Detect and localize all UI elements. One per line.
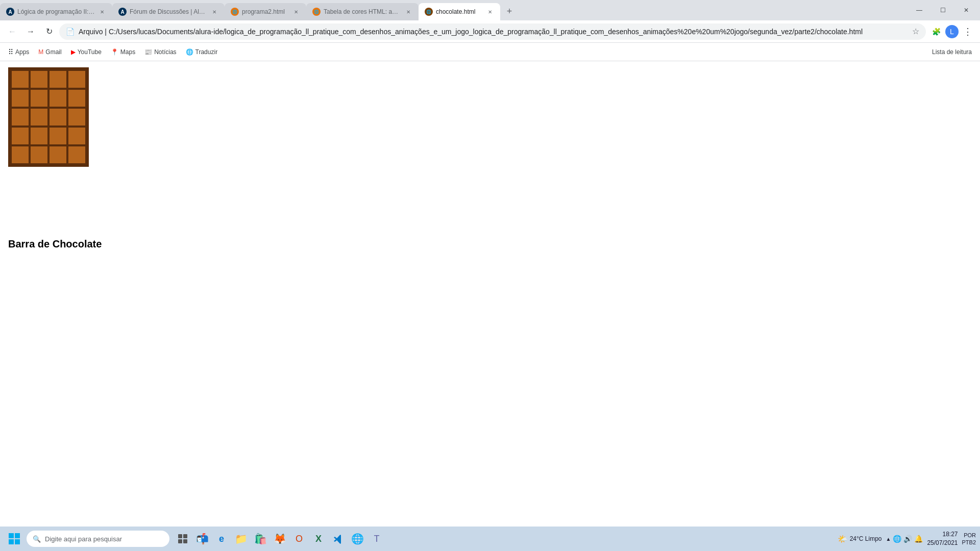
url-text: Arquivo | C:/Users/lucas/Documents/alura…: [79, 28, 908, 36]
taskbar: 🔍 Digite aqui para pesquisar 📬 e 📁 🛍️: [0, 527, 980, 551]
chocolate-cell: [11, 108, 29, 126]
language-indicator: POR PTB2: [962, 532, 976, 546]
chrome-button[interactable]: 🌐: [348, 530, 366, 548]
task-view-button[interactable]: [174, 530, 192, 548]
maximize-button[interactable]: ☐: [931, 2, 954, 18]
toolbar: ← → ↻ 📄 Arquivo | C:/Users/lucas/Documen…: [0, 20, 980, 43]
tab4-title: Tabela de cores HTML: aplicand...: [324, 8, 401, 15]
firefox-button[interactable]: 🦊: [271, 530, 289, 548]
taskbar-search-bar[interactable]: 🔍 Digite aqui para pesquisar: [27, 531, 169, 547]
reload-button[interactable]: ↻: [41, 23, 57, 40]
bookmarks-bar: ⠿ Apps M Gmail ▶ YouTube 📍 Maps 📰 Notíci…: [0, 43, 980, 61]
chocolate-cell: [68, 127, 86, 145]
tab4-close[interactable]: ✕: [404, 8, 412, 16]
chocolate-cell: [11, 70, 29, 88]
svg-rect-3: [15, 539, 20, 544]
chocolate-cell: [49, 70, 67, 88]
layout-label: PTB2: [962, 539, 976, 546]
weather-widget[interactable]: 🌤️ 24°C Limpo: [838, 534, 882, 544]
chocolate-cell: [49, 127, 67, 145]
more-options-button[interactable]: ⋮: [960, 23, 976, 40]
tab3-close[interactable]: ✕: [292, 8, 300, 16]
weather-icon: 🌤️: [838, 534, 848, 544]
excel-button[interactable]: X: [309, 530, 328, 548]
tab5-close[interactable]: ✕: [486, 8, 494, 16]
bookmark-youtube[interactable]: ▶ YouTube: [67, 46, 106, 58]
system-icons: ▲ 🌐 🔊 🔔: [886, 535, 923, 543]
tab1-close[interactable]: ✕: [98, 8, 106, 16]
back-button[interactable]: ←: [4, 23, 20, 40]
store-button[interactable]: 🛍️: [251, 530, 270, 548]
bookmark-noticias[interactable]: 📰 Notícias: [140, 46, 180, 58]
clock[interactable]: 18:27 25/07/2021: [927, 530, 958, 547]
lang-label: POR: [964, 532, 976, 539]
reading-list-button[interactable]: Lista de leitura: [928, 46, 976, 58]
maps-icon: 📍: [111, 48, 118, 56]
new-tab-button[interactable]: +: [502, 4, 517, 18]
tab1-title: Lógica de programação II: Aula 2...: [17, 8, 95, 15]
chocolate-cell: [30, 127, 48, 145]
address-bar[interactable]: 📄 Arquivo | C:/Users/lucas/Documents/alu…: [59, 23, 926, 40]
time-display: 18:27: [942, 530, 958, 539]
extensions-button[interactable]: 🧩: [928, 23, 944, 40]
speaker-icon[interactable]: 🔊: [903, 535, 912, 543]
file-explorer-button[interactable]: 📁: [232, 530, 250, 548]
vscode-icon: [333, 534, 343, 544]
bookmark-gmail[interactable]: M Gmail: [34, 46, 65, 58]
youtube-icon: ▶: [71, 48, 76, 56]
tab-logica-programacao[interactable]: A Lógica de programação II: Aula 2... ✕: [0, 3, 112, 20]
bookmark-traduzir[interactable]: 🌐 Traduzir: [182, 46, 222, 58]
close-button[interactable]: ✕: [954, 2, 978, 18]
tab-programa2[interactable]: 🌐 programa2.html ✕: [225, 3, 306, 20]
svg-rect-0: [9, 533, 14, 538]
svg-rect-4: [178, 534, 182, 538]
traduzir-icon: 🌐: [186, 48, 193, 56]
tab3-favicon: 🌐: [231, 8, 239, 16]
mail-button[interactable]: 📬: [193, 530, 211, 548]
noticias-icon: 📰: [144, 48, 152, 56]
forward-button[interactable]: →: [22, 23, 39, 40]
chocolate-cell: [30, 108, 48, 126]
toolbar-right: 🧩 L ⋮: [928, 23, 976, 40]
office-button[interactable]: O: [290, 530, 308, 548]
chocolate-cell: [49, 108, 67, 126]
start-button[interactable]: [4, 529, 24, 549]
bookmark-apps[interactable]: ⠿ Apps: [4, 46, 33, 58]
chocolate-cell: [11, 127, 29, 145]
tab5-favicon: 🌐: [425, 8, 433, 16]
chocolate-cell: [11, 89, 29, 107]
notifications-icon[interactable]: 🔔: [914, 535, 923, 543]
page-content: Barra de Chocolate: [0, 61, 980, 527]
bookmark-maps[interactable]: 📍 Maps: [107, 46, 139, 58]
svg-rect-5: [183, 534, 187, 538]
traduzir-label: Traduzir: [195, 48, 218, 56]
expand-tray-button[interactable]: ▲: [886, 536, 891, 542]
weather-temp: 24°C Limpo: [850, 535, 882, 542]
page-heading: Barra de Chocolate: [8, 238, 972, 250]
chocolate-cell: [11, 146, 29, 164]
chocolate-cell: [68, 146, 86, 164]
apps-icon: ⠿: [8, 48, 13, 56]
browser-window: A Lógica de programação II: Aula 2... ✕ …: [0, 0, 980, 551]
tab-forum[interactable]: A Fórum de Discussões | Alura - C... ✕: [112, 3, 225, 20]
tab-tabela-cores[interactable]: 🌐 Tabela de cores HTML: aplicand... ✕: [306, 3, 419, 20]
vscode-button[interactable]: [329, 530, 347, 548]
tab2-title: Fórum de Discussões | Alura - C...: [130, 8, 207, 15]
teams-button[interactable]: T: [368, 530, 386, 548]
search-icon: 🔍: [33, 535, 41, 543]
gmail-icon: M: [38, 48, 43, 56]
chocolate-cell: [49, 146, 67, 164]
noticias-label: Notícias: [154, 48, 176, 56]
network-icon[interactable]: 🌐: [893, 535, 901, 543]
tab3-title: programa2.html: [242, 8, 289, 15]
svg-rect-1: [15, 533, 20, 538]
bookmark-star-icon[interactable]: ☆: [912, 27, 919, 36]
tab-bar: A Lógica de programação II: Aula 2... ✕ …: [0, 0, 980, 20]
tab2-close[interactable]: ✕: [210, 8, 218, 16]
minimize-button[interactable]: —: [908, 2, 931, 18]
tab-chocolate[interactable]: 🌐 chocolate.html ✕: [419, 3, 500, 20]
task-view-icon: [178, 534, 188, 544]
edge-button[interactable]: e: [212, 530, 231, 548]
svg-rect-2: [9, 539, 14, 544]
profile-button[interactable]: L: [945, 25, 959, 38]
